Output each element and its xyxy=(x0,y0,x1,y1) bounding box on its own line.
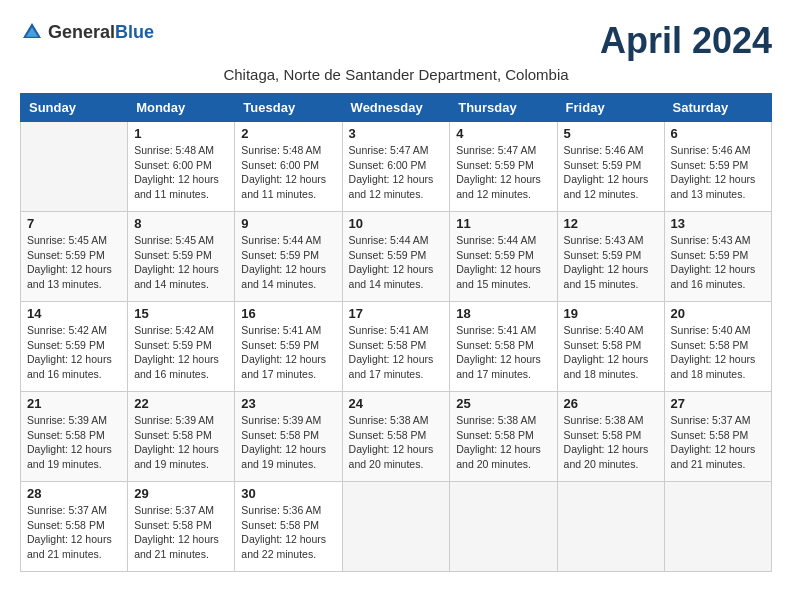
calendar-cell xyxy=(557,482,664,572)
day-info: Sunrise: 5:40 AMSunset: 5:58 PMDaylight:… xyxy=(564,323,658,382)
calendar-cell: 27Sunrise: 5:37 AMSunset: 5:58 PMDayligh… xyxy=(664,392,771,482)
day-info: Sunrise: 5:44 AMSunset: 5:59 PMDaylight:… xyxy=(456,233,550,292)
weekday-header-saturday: Saturday xyxy=(664,94,771,122)
calendar-cell: 17Sunrise: 5:41 AMSunset: 5:58 PMDayligh… xyxy=(342,302,450,392)
week-row-5: 28Sunrise: 5:37 AMSunset: 5:58 PMDayligh… xyxy=(21,482,772,572)
day-number: 28 xyxy=(27,486,121,501)
day-number: 9 xyxy=(241,216,335,231)
day-info: Sunrise: 5:38 AMSunset: 5:58 PMDaylight:… xyxy=(456,413,550,472)
day-info: Sunrise: 5:39 AMSunset: 5:58 PMDaylight:… xyxy=(27,413,121,472)
day-info: Sunrise: 5:47 AMSunset: 6:00 PMDaylight:… xyxy=(349,143,444,202)
calendar-cell: 3Sunrise: 5:47 AMSunset: 6:00 PMDaylight… xyxy=(342,122,450,212)
calendar-cell: 5Sunrise: 5:46 AMSunset: 5:59 PMDaylight… xyxy=(557,122,664,212)
calendar-cell xyxy=(21,122,128,212)
calendar-cell: 4Sunrise: 5:47 AMSunset: 5:59 PMDaylight… xyxy=(450,122,557,212)
week-row-4: 21Sunrise: 5:39 AMSunset: 5:58 PMDayligh… xyxy=(21,392,772,482)
weekday-header-tuesday: Tuesday xyxy=(235,94,342,122)
calendar-cell: 24Sunrise: 5:38 AMSunset: 5:58 PMDayligh… xyxy=(342,392,450,482)
weekday-header-wednesday: Wednesday xyxy=(342,94,450,122)
day-info: Sunrise: 5:37 AMSunset: 5:58 PMDaylight:… xyxy=(134,503,228,562)
calendar-cell: 19Sunrise: 5:40 AMSunset: 5:58 PMDayligh… xyxy=(557,302,664,392)
calendar-cell: 21Sunrise: 5:39 AMSunset: 5:58 PMDayligh… xyxy=(21,392,128,482)
day-info: Sunrise: 5:48 AMSunset: 6:00 PMDaylight:… xyxy=(134,143,228,202)
calendar-cell: 7Sunrise: 5:45 AMSunset: 5:59 PMDaylight… xyxy=(21,212,128,302)
calendar: SundayMondayTuesdayWednesdayThursdayFrid… xyxy=(20,93,772,572)
calendar-cell: 26Sunrise: 5:38 AMSunset: 5:58 PMDayligh… xyxy=(557,392,664,482)
day-number: 27 xyxy=(671,396,765,411)
week-row-1: 1Sunrise: 5:48 AMSunset: 6:00 PMDaylight… xyxy=(21,122,772,212)
calendar-cell xyxy=(342,482,450,572)
day-number: 8 xyxy=(134,216,228,231)
logo-blue: Blue xyxy=(115,22,154,42)
calendar-cell: 14Sunrise: 5:42 AMSunset: 5:59 PMDayligh… xyxy=(21,302,128,392)
day-info: Sunrise: 5:41 AMSunset: 5:58 PMDaylight:… xyxy=(456,323,550,382)
day-number: 26 xyxy=(564,396,658,411)
week-row-3: 14Sunrise: 5:42 AMSunset: 5:59 PMDayligh… xyxy=(21,302,772,392)
weekday-header-row: SundayMondayTuesdayWednesdayThursdayFrid… xyxy=(21,94,772,122)
logo-general: General xyxy=(48,22,115,42)
calendar-cell: 12Sunrise: 5:43 AMSunset: 5:59 PMDayligh… xyxy=(557,212,664,302)
calendar-cell: 9Sunrise: 5:44 AMSunset: 5:59 PMDaylight… xyxy=(235,212,342,302)
day-number: 24 xyxy=(349,396,444,411)
day-number: 3 xyxy=(349,126,444,141)
day-info: Sunrise: 5:46 AMSunset: 5:59 PMDaylight:… xyxy=(671,143,765,202)
month-title: April 2024 xyxy=(600,20,772,62)
weekday-header-monday: Monday xyxy=(128,94,235,122)
calendar-cell: 30Sunrise: 5:36 AMSunset: 5:58 PMDayligh… xyxy=(235,482,342,572)
day-info: Sunrise: 5:48 AMSunset: 6:00 PMDaylight:… xyxy=(241,143,335,202)
day-info: Sunrise: 5:44 AMSunset: 5:59 PMDaylight:… xyxy=(241,233,335,292)
day-info: Sunrise: 5:41 AMSunset: 5:59 PMDaylight:… xyxy=(241,323,335,382)
day-number: 23 xyxy=(241,396,335,411)
day-number: 16 xyxy=(241,306,335,321)
day-info: Sunrise: 5:36 AMSunset: 5:58 PMDaylight:… xyxy=(241,503,335,562)
calendar-cell xyxy=(450,482,557,572)
calendar-cell: 13Sunrise: 5:43 AMSunset: 5:59 PMDayligh… xyxy=(664,212,771,302)
weekday-header-thursday: Thursday xyxy=(450,94,557,122)
day-number: 15 xyxy=(134,306,228,321)
day-info: Sunrise: 5:43 AMSunset: 5:59 PMDaylight:… xyxy=(671,233,765,292)
day-number: 22 xyxy=(134,396,228,411)
day-info: Sunrise: 5:37 AMSunset: 5:58 PMDaylight:… xyxy=(671,413,765,472)
calendar-cell: 11Sunrise: 5:44 AMSunset: 5:59 PMDayligh… xyxy=(450,212,557,302)
day-number: 29 xyxy=(134,486,228,501)
day-number: 19 xyxy=(564,306,658,321)
calendar-cell xyxy=(664,482,771,572)
day-number: 10 xyxy=(349,216,444,231)
day-number: 4 xyxy=(456,126,550,141)
day-info: Sunrise: 5:44 AMSunset: 5:59 PMDaylight:… xyxy=(349,233,444,292)
day-number: 12 xyxy=(564,216,658,231)
day-info: Sunrise: 5:47 AMSunset: 5:59 PMDaylight:… xyxy=(456,143,550,202)
day-number: 11 xyxy=(456,216,550,231)
calendar-cell: 23Sunrise: 5:39 AMSunset: 5:58 PMDayligh… xyxy=(235,392,342,482)
day-number: 6 xyxy=(671,126,765,141)
day-number: 14 xyxy=(27,306,121,321)
day-number: 18 xyxy=(456,306,550,321)
day-number: 7 xyxy=(27,216,121,231)
day-info: Sunrise: 5:38 AMSunset: 5:58 PMDaylight:… xyxy=(349,413,444,472)
day-info: Sunrise: 5:42 AMSunset: 5:59 PMDaylight:… xyxy=(27,323,121,382)
logo: GeneralBlue xyxy=(20,20,154,44)
calendar-cell: 25Sunrise: 5:38 AMSunset: 5:58 PMDayligh… xyxy=(450,392,557,482)
day-number: 30 xyxy=(241,486,335,501)
day-number: 2 xyxy=(241,126,335,141)
calendar-cell: 2Sunrise: 5:48 AMSunset: 6:00 PMDaylight… xyxy=(235,122,342,212)
calendar-cell: 15Sunrise: 5:42 AMSunset: 5:59 PMDayligh… xyxy=(128,302,235,392)
day-info: Sunrise: 5:39 AMSunset: 5:58 PMDaylight:… xyxy=(241,413,335,472)
day-number: 5 xyxy=(564,126,658,141)
day-number: 25 xyxy=(456,396,550,411)
calendar-cell: 8Sunrise: 5:45 AMSunset: 5:59 PMDaylight… xyxy=(128,212,235,302)
calendar-cell: 10Sunrise: 5:44 AMSunset: 5:59 PMDayligh… xyxy=(342,212,450,302)
calendar-cell: 18Sunrise: 5:41 AMSunset: 5:58 PMDayligh… xyxy=(450,302,557,392)
subtitle: Chitaga, Norte de Santander Department, … xyxy=(20,66,772,83)
day-number: 1 xyxy=(134,126,228,141)
calendar-cell: 28Sunrise: 5:37 AMSunset: 5:58 PMDayligh… xyxy=(21,482,128,572)
calendar-cell: 6Sunrise: 5:46 AMSunset: 5:59 PMDaylight… xyxy=(664,122,771,212)
day-info: Sunrise: 5:40 AMSunset: 5:58 PMDaylight:… xyxy=(671,323,765,382)
day-info: Sunrise: 5:39 AMSunset: 5:58 PMDaylight:… xyxy=(134,413,228,472)
day-info: Sunrise: 5:43 AMSunset: 5:59 PMDaylight:… xyxy=(564,233,658,292)
day-info: Sunrise: 5:45 AMSunset: 5:59 PMDaylight:… xyxy=(27,233,121,292)
calendar-cell: 20Sunrise: 5:40 AMSunset: 5:58 PMDayligh… xyxy=(664,302,771,392)
day-number: 13 xyxy=(671,216,765,231)
calendar-cell: 22Sunrise: 5:39 AMSunset: 5:58 PMDayligh… xyxy=(128,392,235,482)
day-info: Sunrise: 5:38 AMSunset: 5:58 PMDaylight:… xyxy=(564,413,658,472)
